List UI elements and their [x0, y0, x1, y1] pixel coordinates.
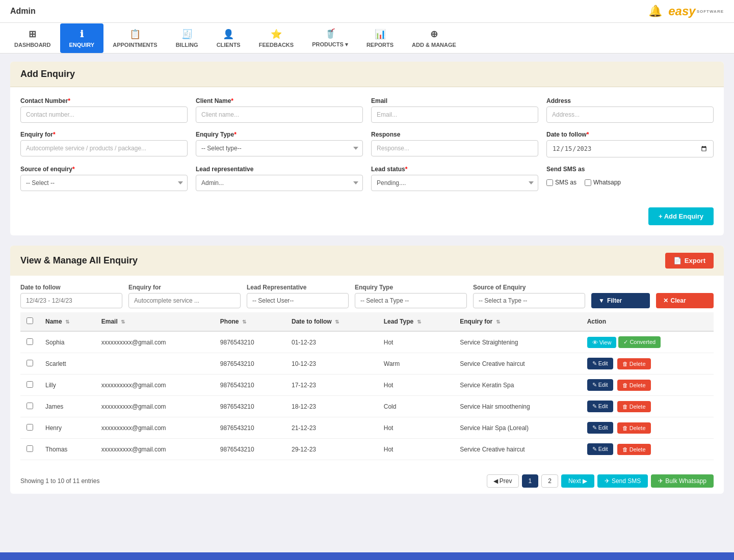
cell-lead-type-5: Hot	[378, 439, 454, 460]
clients-icon: 👤	[223, 29, 234, 40]
export-button[interactable]: 📄 Export	[665, 253, 714, 269]
filter-icon: ▼	[598, 297, 605, 304]
cell-date-5: 29-12-23	[285, 439, 378, 460]
response-label: Response	[371, 131, 538, 138]
add-enquiry-button[interactable]: + Add Enquiry	[648, 207, 714, 225]
cell-lead-type-2: Hot	[378, 375, 454, 396]
cell-name-2: Lilly	[39, 375, 95, 396]
row-checkbox-4[interactable]	[27, 424, 33, 431]
form-row-2: Enquiry for* Enquiry Type* -- Select typ…	[20, 131, 714, 157]
whatsapp-option[interactable]: Whatsapp	[585, 179, 621, 186]
filter-enquiry-type-select[interactable]: -- Select a Type --	[355, 293, 467, 308]
filter-enquiry-for-input[interactable]	[128, 293, 241, 308]
table-row: Sophiaxxxxxxxxxx@gmail.com987654321001-1…	[20, 331, 714, 353]
address-label: Address	[546, 97, 714, 104]
form-row-1: Contact Number* Client Name* Email Addre…	[20, 97, 714, 123]
delete-button-2[interactable]: 🗑 Delete	[617, 380, 651, 391]
cell-phone-0: 9876543210	[214, 331, 285, 353]
filter-date-group: Date to follow	[20, 284, 122, 308]
nav-dashboard[interactable]: ⊞ DASHBOARD	[5, 23, 60, 53]
delete-button-1[interactable]: 🗑 Delete	[617, 358, 651, 369]
source-select[interactable]: -- Select --	[20, 175, 188, 191]
lead-status-select[interactable]: Pending....	[371, 175, 538, 191]
notification-icon[interactable]: 🔔	[648, 5, 662, 18]
row-checkbox-1[interactable]	[27, 360, 33, 366]
page-1-button[interactable]: 1	[522, 474, 539, 488]
col-date: Date to follow ⇅	[285, 312, 378, 331]
table-row: Thomasxxxxxxxxxx@gmail.com987654321029-1…	[20, 439, 714, 460]
products-icon: 🥤	[325, 28, 336, 39]
nav-feedbacks[interactable]: ⭐ FEEDBACKS	[250, 23, 303, 53]
pagination-row: Showing 1 to 10 of 11 entries ◀ Prev 1 2…	[10, 468, 724, 494]
navigation: ⊞ DASHBOARD ℹ ENQUIRY 📋 APPOINTMENTS 🧾 B…	[0, 23, 734, 54]
col-lead-type: Lead Type ⇅	[378, 312, 454, 331]
cell-email-0: xxxxxxxxxx@gmail.com	[95, 331, 214, 353]
response-input[interactable]	[371, 140, 538, 156]
col-action: Action	[581, 312, 714, 331]
sms-as-checkbox[interactable]	[546, 179, 553, 186]
filter-date-input[interactable]	[20, 293, 122, 308]
nav-products-label: PRODUCTS ▾	[312, 41, 348, 48]
delete-button-5[interactable]: 🗑 Delete	[617, 444, 651, 455]
footer-bar	[0, 552, 734, 560]
delete-button-4[interactable]: 🗑 Delete	[617, 422, 651, 434]
edit-button-2[interactable]: ✎ Edit	[587, 379, 613, 391]
prev-button[interactable]: ◀ Prev	[487, 474, 519, 488]
nav-billing[interactable]: 🧾 BILLING	[167, 23, 207, 53]
address-input[interactable]	[546, 106, 714, 123]
filter-button[interactable]: ▼ Filter	[591, 293, 650, 308]
date-follow-label: Date to follow*	[546, 131, 714, 138]
delete-button-3[interactable]: 🗑 Delete	[617, 401, 651, 412]
action-cell-2: ✎ Edit 🗑 Delete	[581, 375, 714, 396]
converted-button-0[interactable]: ✓ Converted	[618, 336, 661, 348]
sms-as-option[interactable]: SMS as	[546, 179, 576, 186]
enquiry-for-input[interactable]	[20, 140, 188, 156]
row-checkbox-0[interactable]	[27, 338, 33, 345]
contact-number-input[interactable]	[20, 106, 188, 123]
nav-enquiry[interactable]: ℹ ENQUIRY	[60, 23, 104, 53]
nav-add-manage[interactable]: ⊕ ADD & MANAGE	[403, 23, 465, 53]
row-checkbox-5[interactable]	[27, 445, 33, 452]
showing-text: Showing 1 to 10 of 11 entries	[20, 477, 99, 485]
select-all-checkbox[interactable]	[27, 317, 33, 324]
filter-lead-rep-select[interactable]: -- Select User--	[247, 293, 349, 308]
add-enquiry-body: Contact Number* Client Name* Email Addre…	[10, 87, 724, 235]
view-button-0[interactable]: 👁 View	[587, 337, 617, 348]
table-row: Jamesxxxxxxxxxx@gmail.com987654321018-12…	[20, 396, 714, 417]
appointments-icon: 📋	[129, 29, 141, 40]
client-name-input[interactable]	[196, 106, 363, 123]
contact-number-label: Contact Number*	[20, 97, 188, 104]
clear-icon: ✕	[663, 297, 668, 304]
whatsapp-checkbox[interactable]	[585, 179, 591, 186]
cell-email-3: xxxxxxxxxx@gmail.com	[95, 396, 214, 417]
edit-button-4[interactable]: ✎ Edit	[587, 422, 613, 434]
email-input[interactable]	[371, 106, 538, 123]
nav-clients[interactable]: 👤 CLIENTS	[207, 23, 250, 53]
row-checkbox-3[interactable]	[27, 403, 33, 409]
nav-products[interactable]: 🥤 PRODUCTS ▾	[303, 23, 357, 53]
cell-enquiry-for-1: Service Creative haircut	[454, 353, 581, 375]
col-email: Email ⇅	[95, 312, 214, 331]
row-checkbox-2[interactable]	[27, 381, 33, 388]
lead-rep-select[interactable]: Admin...	[196, 175, 363, 191]
action-cell-3: ✎ Edit 🗑 Delete	[581, 396, 714, 417]
edit-button-5[interactable]: ✎ Edit	[587, 443, 613, 455]
view-manage-title: View & Manage All Enquiry	[20, 255, 138, 266]
cell-date-4: 21-12-23	[285, 417, 378, 439]
nav-reports[interactable]: 📊 REPORTS	[357, 23, 403, 53]
bulk-whatsapp-button[interactable]: ✈ Bulk Whatsapp	[651, 474, 714, 488]
nav-appointments[interactable]: 📋 APPOINTMENTS	[103, 23, 166, 53]
cell-phone-2: 9876543210	[214, 375, 285, 396]
col-name: Name ⇅	[39, 312, 95, 331]
next-button[interactable]: Next ▶	[561, 474, 594, 488]
clear-button[interactable]: ✕ Clear	[656, 293, 714, 308]
enquiry-type-select[interactable]: -- Select type--	[196, 140, 363, 156]
edit-button-1[interactable]: ✎ Edit	[587, 358, 613, 369]
page-2-button[interactable]: 2	[541, 474, 558, 488]
filter-source-select[interactable]: -- Select a Type --	[473, 293, 585, 308]
edit-button-3[interactable]: ✎ Edit	[587, 401, 613, 412]
cell-enquiry-for-2: Service Keratin Spa	[454, 375, 581, 396]
date-follow-input[interactable]	[546, 140, 714, 157]
send-sms-button[interactable]: ✈ Send SMS	[597, 474, 648, 488]
enquiry-icon: ℹ	[80, 29, 84, 40]
